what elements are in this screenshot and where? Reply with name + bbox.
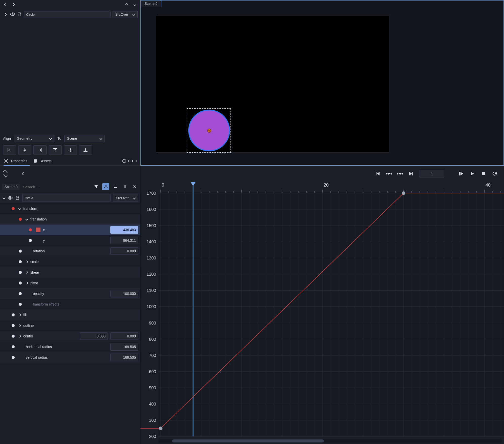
scene-label[interactable]: Scene 0 (2, 184, 20, 190)
pause-button[interactable] (121, 183, 129, 190)
chevron-right-icon[interactable] (18, 313, 21, 316)
keyframe-indicator-icon[interactable] (19, 260, 22, 263)
align-mode-select[interactable]: Geometry (14, 135, 54, 142)
chevron-right-icon[interactable] (25, 281, 28, 284)
keyframe-indicator-icon[interactable] (12, 313, 15, 316)
filter-button[interactable] (93, 183, 100, 190)
tree-row-transform-effects[interactable]: transform effects (0, 299, 140, 310)
align-hcenter-button[interactable] (18, 145, 31, 155)
keyframe-indicator-icon[interactable] (19, 271, 22, 274)
nav-up-button[interactable] (124, 2, 130, 7)
keyframe-indicator-icon[interactable] (12, 356, 15, 359)
lock-icon[interactable] (15, 196, 20, 200)
lock-icon[interactable] (17, 12, 22, 17)
tab-properties[interactable]: Properties (4, 158, 27, 164)
keyframe-indicator-icon[interactable] (12, 335, 15, 338)
current-frame-input[interactable] (419, 170, 444, 177)
nav-forward-button[interactable] (11, 2, 16, 7)
svg-text:400: 400 (149, 402, 156, 407)
stop-button[interactable] (480, 170, 487, 177)
tree-row-pivot[interactable]: pivot (0, 278, 140, 288)
blend-mode-select[interactable]: SrcOver (113, 11, 138, 18)
tree-row-transform[interactable]: transform (0, 203, 140, 214)
menu-button[interactable] (112, 183, 119, 190)
align-target-value: Scene (67, 136, 95, 140)
play-from-start-button[interactable] (458, 170, 465, 177)
chevron-down-icon[interactable] (18, 207, 21, 210)
tree-row-translation[interactable]: translation (0, 214, 140, 225)
tree-row-vradius[interactable]: vertical radius 169.505 (0, 352, 140, 363)
align-target-select[interactable]: Scene (64, 135, 105, 142)
center-x-input[interactable]: 0.000 (80, 332, 108, 340)
keyframe-indicator-icon[interactable] (19, 250, 22, 253)
keyframe-indicator-icon[interactable] (19, 292, 22, 295)
eye-icon[interactable] (8, 195, 13, 200)
tree-row-outline[interactable]: outline (0, 320, 140, 331)
chevron-down-icon[interactable] (4, 174, 7, 176)
tree-row-rotation[interactable]: rotation 0.000 (0, 246, 140, 256)
object-name-input[interactable] (24, 11, 111, 18)
next-key-button[interactable] (397, 170, 403, 177)
prev-key-button[interactable] (386, 170, 392, 177)
eye-icon[interactable] (10, 12, 15, 17)
scroll-left-icon[interactable] (132, 160, 134, 162)
tree-row-x[interactable]: x 436.483 (0, 225, 140, 235)
tree-row-circle[interactable]: SrcOver (0, 193, 140, 203)
chevron-up-icon[interactable] (4, 171, 7, 173)
scene-tab[interactable]: Scene 0 (140, 0, 161, 7)
go-start-button[interactable] (374, 170, 381, 177)
keyframe-indicator-icon[interactable] (29, 239, 32, 242)
chevron-down-icon[interactable] (25, 218, 28, 220)
chevron-right-icon[interactable] (18, 324, 21, 327)
align-right-button[interactable] (33, 145, 47, 155)
opacity-value-input[interactable]: 100.000 (110, 290, 138, 297)
blend-mode-select[interactable]: SrcOver (113, 194, 138, 202)
play-button[interactable] (469, 170, 476, 177)
keyframe-indicator-icon[interactable] (29, 228, 32, 231)
chevron-right-icon[interactable] (18, 335, 21, 337)
y-value-input[interactable]: 864.311 (110, 237, 138, 244)
x-value-input[interactable]: 436.483 (110, 226, 138, 234)
tree-row-hradius[interactable]: horizontal radius 169.505 (0, 341, 140, 352)
keyframe-indicator-icon[interactable] (19, 218, 22, 221)
chevron-down-icon[interactable] (3, 196, 5, 199)
tab-assets[interactable]: Assets (33, 158, 52, 164)
chevron-right-icon[interactable] (25, 260, 28, 263)
hradius-input[interactable]: 169.505 (110, 343, 138, 351)
chevron-right-icon[interactable] (25, 271, 28, 274)
align-bottom-button[interactable] (79, 145, 92, 155)
scroll-right-icon[interactable] (135, 160, 137, 162)
nav-down-button[interactable] (132, 2, 138, 7)
keyframe-indicator-icon[interactable] (12, 324, 15, 327)
close-button[interactable] (131, 183, 138, 190)
keyframe-indicator-icon[interactable] (12, 207, 15, 210)
align-left-button[interactable] (3, 145, 16, 155)
keyframe-indicator-icon[interactable] (19, 303, 22, 306)
frame-stepper[interactable] (4, 171, 7, 176)
center-y-input[interactable]: 0.000 (110, 332, 138, 340)
curve-mode-button[interactable] (102, 183, 109, 190)
rotation-value-input[interactable]: 0.000 (110, 247, 138, 255)
tree-row-fill[interactable]: fill (0, 310, 140, 320)
scrollbar-thumb[interactable] (172, 439, 324, 442)
align-vcenter-button[interactable] (64, 145, 77, 155)
keyframe-indicator-icon[interactable] (12, 345, 15, 348)
go-end-button[interactable] (408, 170, 414, 177)
object-name-input[interactable] (22, 194, 111, 202)
viewport-canvas[interactable] (156, 16, 389, 152)
keyframe-indicator-icon[interactable] (19, 281, 22, 285)
expand-toggle[interactable] (3, 12, 8, 17)
search-input[interactable] (23, 185, 90, 189)
vradius-input[interactable]: 169.505 (110, 354, 138, 361)
graph-editor[interactable]: 1700160015001400130012001100100090080070… (140, 181, 504, 444)
tree-row-shear[interactable]: shear (0, 267, 140, 278)
tree-row-scale[interactable]: scale (0, 256, 140, 267)
loop-button[interactable] (491, 170, 498, 177)
tree-row-center[interactable]: center 0.000 0.000 (0, 331, 140, 341)
selection-bounds[interactable] (187, 108, 231, 153)
horizontal-scrollbar[interactable] (158, 439, 502, 443)
nav-back-button[interactable] (3, 2, 8, 7)
tree-row-y[interactable]: y 864.311 (0, 235, 140, 246)
tree-row-opacity[interactable]: opacity 100.000 (0, 288, 140, 299)
align-top-button[interactable] (49, 145, 62, 155)
